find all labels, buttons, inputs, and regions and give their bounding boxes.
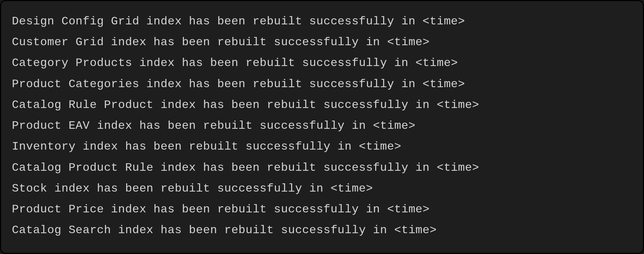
output-line: Catalog Rule Product index has been rebu… (12, 95, 632, 116)
output-line: Category Products index has been rebuilt… (12, 53, 632, 74)
output-line: Customer Grid index has been rebuilt suc… (12, 32, 632, 53)
output-line: Catalog Product Rule index has been rebu… (12, 157, 632, 178)
terminal-output: Design Config Grid index has been rebuil… (0, 0, 644, 254)
output-line: Product Price index has been rebuilt suc… (12, 199, 632, 220)
output-line: Product Categories index has been rebuil… (12, 74, 632, 95)
output-line: Stock index has been rebuilt successfull… (12, 178, 632, 199)
output-line: Product EAV index has been rebuilt succe… (12, 116, 632, 136)
output-line: Inventory index has been rebuilt success… (12, 136, 632, 157)
output-line: Catalog Search index has been rebuilt su… (12, 220, 632, 241)
output-line: Design Config Grid index has been rebuil… (12, 11, 632, 32)
